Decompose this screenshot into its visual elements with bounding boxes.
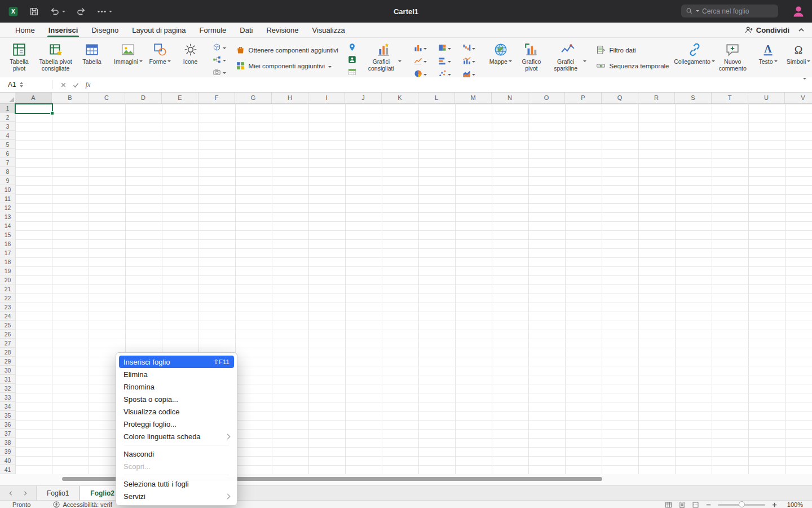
data-visualizer-button[interactable] [346,67,358,77]
column-header-t[interactable]: T [712,93,748,103]
ribbon-tab-inserisci[interactable]: Inserisci [42,23,85,37]
menu-item-rinomina[interactable]: Rinomina [119,380,234,393]
select-all-corner[interactable] [0,93,16,104]
row-header-11[interactable]: 11 [0,194,15,203]
row-header-18[interactable]: 18 [0,257,15,266]
row-header-37[interactable]: 37 [0,429,15,438]
row-header-41[interactable]: 41 [0,465,15,474]
ribbon-tab-visualizza[interactable]: Visualizza [305,23,351,37]
column-header-u[interactable]: U [748,93,785,103]
cell-ref-stepper[interactable] [20,82,23,87]
row-header-12[interactable]: 12 [0,203,15,212]
row-header-6[interactable]: 6 [0,149,15,158]
pivot-table-button[interactable]: Tabella pivot [5,39,34,72]
row-header-22[interactable]: 22 [0,294,15,303]
share-button[interactable]: Condividi [744,23,789,37]
ribbon-tab-dati[interactable]: Dati [233,23,259,37]
zoom-slider-thumb[interactable] [739,501,745,507]
icons-button[interactable]: Icone [176,39,205,65]
symbols-button[interactable]: ΩSimboli [784,39,812,72]
menu-item-nascondi[interactable]: Nascondi [119,448,234,460]
row-header-34[interactable]: 34 [0,402,15,411]
treemap-chart-button[interactable] [433,42,456,54]
menu-item-seleziona-tutti-i-fogli[interactable]: Seleziona tutti i fogli [119,478,234,490]
bar-chart-button[interactable] [433,55,456,67]
menu-item-inserisci-foglio[interactable]: Inserisci foglio⇧F11 [119,356,234,368]
column-header-f[interactable]: F [198,93,235,103]
save-button[interactable] [29,6,39,17]
row-header-33[interactable]: 33 [0,393,15,402]
column-header-v[interactable]: V [785,93,812,103]
row-header-30[interactable]: 30 [0,366,15,375]
column-header-q[interactable]: Q [602,93,638,103]
pivot-table-recommended-button[interactable]: Tabella pivot consigliate [35,39,76,72]
my-addins-button[interactable]: Miei componenti aggiuntivi [233,59,341,72]
row-header-19[interactable]: 19 [0,266,15,275]
shapes-button[interactable]: Forme [145,39,175,65]
column-header-r[interactable]: R [638,93,675,103]
search-input[interactable]: Cerca nel foglio [681,5,778,17]
timeline-button[interactable]: Sequenza temporale [594,59,671,72]
row-header-13[interactable]: 13 [0,212,15,221]
row-header-10[interactable]: 10 [0,185,15,194]
store-button[interactable]: Ottenere componenti aggiuntivi [233,43,341,56]
waterfall-chart-button[interactable] [457,42,480,54]
zoom-slider[interactable] [718,504,765,506]
combo-chart-button[interactable] [457,55,480,67]
table-button[interactable]: Tabella [77,39,107,72]
row-header-23[interactable]: 23 [0,303,15,312]
column-header-h[interactable]: H [272,93,308,103]
formula-bar-expand-button[interactable] [803,80,812,90]
page-break-view-button[interactable] [692,501,699,508]
selected-cell-a1[interactable] [15,103,53,114]
menu-item-proteggi-foglio[interactable]: Proteggi foglio... [119,418,234,430]
row-header-2[interactable]: 2 [0,113,15,122]
column-header-l[interactable]: L [418,93,455,103]
pivot-chart-button[interactable]: Grafico pivot [517,39,546,72]
row-header-24[interactable]: 24 [0,312,15,321]
image-button[interactable]: Immagini [112,39,144,65]
row-header-40[interactable]: 40 [0,456,15,465]
customize-toolbar-button[interactable] [96,6,112,17]
comment-button[interactable]: Nuovo commento [713,39,752,72]
column-header-s[interactable]: S [675,93,712,103]
column-header-j[interactable]: J [345,93,382,103]
insert-function-button[interactable]: fx [82,79,94,90]
recommended-charts-button[interactable]: Grafici consigliati [364,39,403,72]
row-header-21[interactable]: 21 [0,284,15,294]
formula-input[interactable] [94,77,803,92]
column-header-n[interactable]: N [492,93,528,103]
ribbon-tab-formule[interactable]: Formule [193,23,233,37]
row-header-35[interactable]: 35 [0,411,15,420]
ribbon-tab-layout-di-pagina[interactable]: Layout di pagina [125,23,192,37]
people-graph-button[interactable] [346,54,358,65]
redo-button[interactable] [76,6,86,17]
row-header-20[interactable]: 20 [0,275,15,284]
row-header-38[interactable]: 38 [0,438,15,447]
row-header-14[interactable]: 14 [0,221,15,230]
row-header-28[interactable]: 28 [0,348,15,357]
page-layout-view-button[interactable] [678,501,686,508]
3d-models-button[interactable] [211,42,228,52]
menu-item-visualizza-codice[interactable]: Visualizza codice [119,405,234,418]
menu-item-sposta-o-copia[interactable]: Sposta o copia... [119,393,234,405]
link-button[interactable]: Collegamento [677,39,712,72]
row-header-32[interactable]: 32 [0,384,15,393]
name-box[interactable]: A1 [0,81,47,89]
sheet-tab-foglio1[interactable]: Foglio1 [36,486,80,501]
line-chart-button[interactable] [409,55,432,67]
screenshot-button[interactable] [211,67,228,77]
row-header-26[interactable]: 26 [0,330,15,339]
row-header-36[interactable]: 36 [0,420,15,429]
ribbon-tab-revisione[interactable]: Revisione [259,23,305,37]
bing-maps-button[interactable] [346,42,358,52]
column-header-i[interactable]: I [308,93,345,103]
row-header-31[interactable]: 31 [0,375,15,384]
ribbon-tab-disegno[interactable]: Disegno [85,23,125,37]
row-header-15[interactable]: 15 [0,230,15,239]
row-header-39[interactable]: 39 [0,447,15,456]
undo-button[interactable] [50,6,65,17]
column-header-d[interactable]: D [125,93,162,103]
column-header-k[interactable]: K [382,93,418,103]
row-header-5[interactable]: 5 [0,140,15,149]
